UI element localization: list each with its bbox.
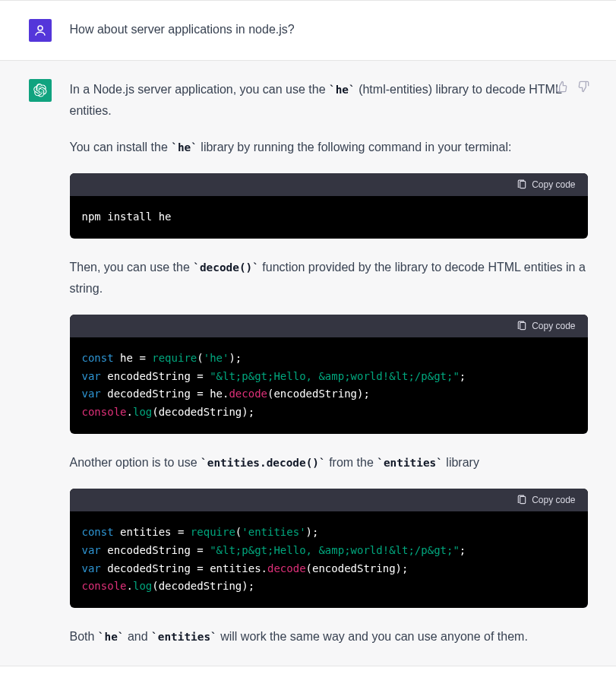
thumbs-up-button[interactable] — [554, 79, 570, 97]
copy-code-button[interactable]: Copy code — [516, 179, 575, 190]
code-content: const entities = require('entities'); va… — [70, 511, 588, 608]
tok: he — [120, 352, 133, 364]
code-content: npm install he — [70, 196, 588, 239]
tok: = — [197, 370, 203, 382]
tok — [204, 370, 210, 382]
tok — [101, 388, 107, 400]
code-block-header: Copy code — [70, 173, 588, 196]
clipboard-icon — [516, 321, 527, 331]
tok: encodedString — [107, 544, 191, 556]
tok: var — [82, 388, 101, 400]
tok — [101, 562, 107, 574]
clipboard-icon — [516, 179, 527, 190]
code-block: Copy code const he = require('he'); var … — [70, 315, 588, 434]
text: library by running the following command… — [197, 141, 512, 153]
text: from the — [326, 456, 377, 469]
tok: ; — [460, 370, 466, 382]
tok — [146, 352, 152, 364]
svg-rect-1 — [520, 181, 526, 188]
text: In a Node.js server application, you can… — [70, 83, 330, 96]
copy-code-button[interactable]: Copy code — [516, 321, 575, 331]
tok: console — [82, 406, 127, 418]
tok: console — [82, 580, 127, 592]
user-avatar — [29, 19, 52, 42]
tok: var — [82, 562, 101, 574]
text: Both — [70, 630, 98, 643]
copy-code-button[interactable]: Copy code — [516, 495, 575, 505]
user-message: How about server applications in node.js… — [0, 1, 616, 61]
tok: var — [82, 370, 101, 382]
tok: = — [197, 388, 203, 400]
assistant-paragraph: Both `he` and `entities` will work the s… — [70, 626, 588, 647]
tok: const — [82, 526, 114, 538]
tok: require — [152, 352, 197, 364]
code-block-header: Copy code — [70, 315, 588, 337]
feedback-buttons — [554, 79, 591, 97]
tok: require — [191, 526, 235, 538]
text: will work the same way and you can use a… — [217, 630, 528, 643]
tok: decodedString — [107, 562, 191, 574]
tok — [204, 388, 210, 400]
tok: ( — [152, 580, 158, 592]
assistant-paragraph: Then, you can use the `decode()` functio… — [70, 257, 588, 299]
text: library — [443, 456, 479, 469]
user-text: How about server applications in node.js… — [70, 19, 588, 40]
tok — [184, 526, 190, 538]
clipboard-icon — [516, 495, 527, 505]
tok: ); — [229, 352, 242, 364]
assistant-message: In a Node.js server application, you can… — [0, 61, 616, 666]
thumbs-down-icon — [577, 81, 589, 93]
tok — [204, 562, 210, 574]
assistant-paragraph: Another option is to use `entities.decod… — [70, 452, 588, 473]
tok: ); — [242, 580, 254, 592]
tok: "&lt;p&gt;Hello, &amp;world!&lt;/p&gt;" — [210, 544, 460, 556]
tok: he — [210, 388, 223, 400]
code-line: npm install he — [82, 210, 172, 223]
tok: "&lt;p&gt;Hello, &amp;world!&lt;/p&gt;" — [210, 370, 460, 382]
tok: = — [197, 562, 203, 574]
openai-icon — [33, 84, 47, 97]
code-content: const he = require('he'); var encodedStr… — [70, 337, 588, 434]
inline-code: `entities.decode()` — [201, 457, 326, 469]
tok: var — [82, 544, 101, 556]
tok — [191, 370, 197, 382]
tok: const — [82, 352, 114, 364]
tok: ( — [306, 562, 312, 574]
inline-code: `he` — [98, 631, 125, 643]
copy-label: Copy code — [532, 179, 575, 190]
tok — [191, 544, 197, 556]
tok: encodedString — [273, 388, 357, 400]
code-block: Copy code const entities = require('enti… — [70, 489, 588, 608]
tok: log — [133, 580, 152, 592]
tok: decode — [229, 388, 267, 400]
tok: . — [261, 562, 267, 574]
tok — [114, 352, 120, 364]
inline-code: `entities` — [377, 457, 443, 469]
tok: ); — [357, 388, 370, 400]
svg-rect-3 — [520, 496, 526, 503]
inline-code: `entities` — [151, 631, 217, 643]
tok: entities — [120, 526, 171, 538]
assistant-paragraph: You can install the `he` library by runn… — [70, 137, 588, 158]
tok — [191, 388, 197, 400]
svg-rect-2 — [520, 322, 526, 329]
tok: decode — [267, 562, 306, 574]
tok: log — [133, 406, 152, 418]
assistant-paragraph: In a Node.js server application, you can… — [70, 79, 588, 122]
tok — [191, 562, 197, 574]
tok — [101, 544, 107, 556]
code-block-header: Copy code — [70, 489, 588, 511]
tok: = — [197, 544, 203, 556]
tok — [101, 370, 107, 382]
tok: . — [127, 406, 133, 418]
tok: ; — [460, 544, 466, 556]
thumbs-down-button[interactable] — [576, 79, 591, 97]
tok — [204, 544, 210, 556]
code-block: Copy code npm install he — [70, 173, 588, 239]
assistant-avatar — [29, 79, 52, 102]
text: Another option is to use — [70, 456, 201, 469]
tok: ); — [242, 406, 254, 418]
tok: 'he' — [204, 352, 229, 364]
person-icon — [33, 24, 47, 37]
tok — [172, 526, 178, 538]
